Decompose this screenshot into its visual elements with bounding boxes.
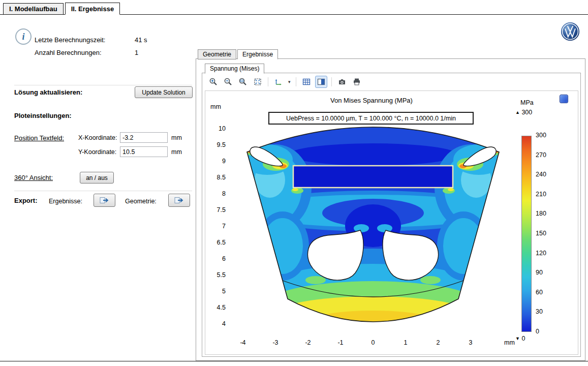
info-icon-glyph: i: [22, 32, 24, 42]
y-tick: 4.5: [207, 304, 226, 311]
update-solution-label: Lösung aktualisieren:: [14, 88, 82, 96]
x-tick: 2: [430, 339, 446, 346]
info-icon: i: [15, 28, 32, 45]
computation-count-label: Anzahl Berechnungen:: [35, 49, 102, 56]
computation-count-value: 1: [135, 49, 138, 56]
axis-orientation-icon[interactable]: [272, 76, 285, 88]
colorbar-tick: 60: [536, 289, 553, 296]
y-tick: 8: [207, 190, 226, 197]
y-tick: 6: [207, 255, 226, 262]
y-tick: 8.5: [207, 174, 226, 181]
x-coordinate-input[interactable]: [120, 132, 168, 143]
plot-page: ▾ Von Mises Spannung (MPa) mm UebPress =…: [202, 73, 581, 357]
export-icon: [100, 197, 110, 204]
colorbar-tick: 0: [536, 328, 553, 335]
export-results-button[interactable]: [94, 194, 115, 207]
export-geometry-label: Geometrie:: [125, 198, 157, 205]
plot-settings-heading: Ploteinstellungen:: [14, 112, 72, 119]
y-coordinate-input[interactable]: [120, 146, 168, 157]
main-tab-strip: I. Modellaufbau II. Ergebnisse: [0, 3, 588, 15]
y-axis-unit: mm: [210, 103, 221, 110]
toolbar-separator: [296, 77, 296, 86]
colorbar-tick: 210: [536, 191, 553, 198]
tab-ergebnisse-graphics[interactable]: Ergebnisse: [237, 49, 278, 59]
window-bottom-border: [0, 361, 588, 361]
triangle-down-icon: ▼: [515, 336, 520, 341]
tab-geometrie[interactable]: Geometrie: [198, 49, 236, 59]
colorbar-gradient: [521, 136, 532, 332]
export-heading: Export:: [14, 197, 38, 204]
y-tick: 5.5: [207, 271, 226, 279]
textfield-position-label: Position Textfeld:: [14, 134, 64, 142]
zoom-box-icon[interactable]: [237, 76, 249, 88]
app-window: I. Modellaufbau II. Ergebnisse i Letzte …: [0, 0, 588, 366]
zoom-in-icon[interactable]: [207, 76, 220, 88]
x-tick: -4: [235, 339, 251, 346]
export-geometry-button[interactable]: [168, 194, 190, 207]
plot-window-icon[interactable]: [560, 95, 568, 103]
colorbar-tick: 270: [536, 151, 553, 159]
update-solution-button[interactable]: Update Solution: [135, 86, 193, 98]
colorbar-max-value: 300: [521, 109, 532, 116]
vw-logo-icon: [561, 22, 580, 43]
plot-canvas[interactable]: Von Mises Spannung (MPa) mm UebPress = 1…: [205, 90, 578, 355]
plot-tab-strip: Spannung (Mises): [205, 63, 265, 73]
divider: [14, 85, 192, 85]
x-tick: -2: [300, 339, 316, 346]
colorbar-tick: 240: [536, 171, 553, 178]
y-tick: 4: [207, 320, 226, 327]
x-tick: -3: [268, 339, 283, 346]
printer-icon[interactable]: [351, 76, 363, 88]
export-icon: [174, 197, 184, 204]
triangle-up-icon: ▲: [515, 110, 520, 115]
y-tick: 7: [207, 223, 226, 230]
stress-field-plot[interactable]: [229, 111, 514, 338]
y-tick: 6.5: [207, 239, 226, 246]
colorbar-unit: MPa: [520, 99, 534, 106]
colorbar-tick: 150: [536, 230, 553, 237]
table-icon[interactable]: [300, 76, 313, 88]
y-tick: 10: [207, 125, 226, 132]
y-coordinate-label: Y-Koordinate:: [78, 148, 116, 156]
toolbar-separator: [331, 77, 332, 86]
x-tick: 0: [365, 339, 381, 346]
tab-modellaufbau[interactable]: I. Modellaufbau: [3, 3, 64, 15]
zoom-out-icon[interactable]: [222, 76, 234, 88]
x-axis-unit: mm: [504, 339, 515, 346]
y-tick: 7.5: [207, 206, 226, 214]
colorbar-tick: 90: [536, 269, 553, 276]
colorbar-tick: 30: [536, 308, 553, 315]
y-tick: 5: [207, 288, 226, 295]
x-coordinate-unit: mm: [171, 134, 182, 141]
axis-orientation-dropdown-icon[interactable]: ▾: [287, 79, 292, 84]
tab-spannung-mises[interactable]: Spannung (Mises): [205, 64, 264, 74]
y-coordinate-unit: mm: [171, 148, 182, 156]
graphics-tab-strip: Geometrie Ergebnisse: [198, 48, 279, 59]
plot-title: Von Mises Spannung (MPa): [229, 97, 514, 104]
x-tick: 1: [398, 339, 413, 346]
last-computation-value: 41 s: [135, 36, 147, 44]
colorbar-max: ▲ 300: [515, 109, 532, 116]
tab-ergebnisse[interactable]: II. Ergebnisse: [65, 3, 120, 15]
colorbar-tick: 300: [536, 132, 553, 139]
colorbar-min-value: 0: [521, 335, 525, 342]
y-tick: 9.5: [207, 141, 226, 148]
plot-annotation: UebPress = 10.0000 µm, T = 100.000 °C, n…: [268, 112, 474, 125]
x-tick: -1: [333, 339, 348, 346]
view360-toggle-button[interactable]: an / aus: [80, 172, 114, 184]
x-tick: 3: [463, 339, 478, 346]
split-view-icon[interactable]: [315, 76, 327, 88]
export-results-label: Ergebnisse:: [49, 198, 82, 205]
last-computation-label: Letzte Berechnungszeit:: [35, 36, 105, 44]
x-coordinate-label: X-Koordinate:: [78, 134, 117, 141]
y-tick: 9: [207, 158, 226, 165]
colorbar-tick: 180: [536, 210, 553, 217]
view360-label: 360° Ansicht:: [14, 174, 53, 181]
colorbar-min: ▼ 0: [515, 335, 525, 342]
zoom-extents-icon[interactable]: [252, 76, 264, 88]
plot-toolbar: ▾: [207, 75, 363, 88]
divider: [14, 191, 192, 191]
camera-icon[interactable]: [336, 76, 348, 88]
colorbar-tick: 120: [536, 250, 553, 257]
toolbar-separator: [268, 77, 268, 86]
